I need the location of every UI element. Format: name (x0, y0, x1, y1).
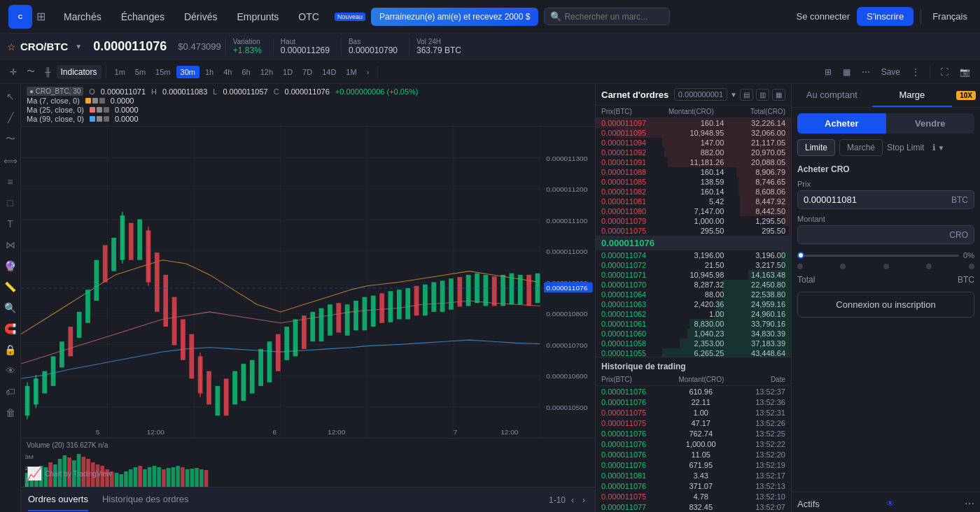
tool-lock[interactable]: 🔒 (1, 341, 19, 358)
line-indicator[interactable]: 〜 (22, 64, 39, 80)
tool-cursor[interactable]: ↖ (4, 88, 18, 105)
indicators-btn[interactable]: Indicators (57, 65, 102, 79)
order-type-limite[interactable]: Limite (797, 139, 835, 156)
bid-row[interactable]: 0.0000110618,830.0033,790.16 (596, 319, 791, 329)
tab-historique-ordres[interactable]: Historique des ordres (102, 488, 189, 511)
pair-dropdown-arrow[interactable]: ▼ (75, 43, 82, 50)
ob-view-combined[interactable]: ▤ (740, 89, 753, 101)
tool-ruler[interactable]: ⟺ (1, 152, 20, 169)
fullscreen-btn[interactable]: ⛶ (936, 65, 953, 79)
nav-otc[interactable]: OTC (291, 11, 326, 22)
ask-row[interactable]: 0.0000110807,147.008,442.50 (596, 206, 791, 216)
pagination-prev[interactable]: ‹ (568, 494, 577, 506)
bid-row[interactable]: 0.0000110621.0024,960.16 (596, 309, 791, 319)
tool-forecast[interactable]: 🔮 (1, 257, 19, 274)
ob-decimal-arrow[interactable]: ▼ (730, 91, 737, 99)
tool-magnet[interactable]: 🧲 (1, 320, 19, 337)
time-12h[interactable]: 12h (256, 66, 277, 78)
time-5m[interactable]: 5m (131, 66, 150, 78)
connect-button[interactable]: Se connecter (796, 11, 850, 22)
nav-marches[interactable]: Marchés (57, 11, 108, 22)
language-selector[interactable]: Français (928, 11, 972, 22)
tool-zoom[interactable]: 🔍 (1, 299, 19, 316)
sell-tab[interactable]: Vendre (886, 113, 975, 134)
bid-row[interactable]: 0.0000110556,265.2543,448.64 (596, 348, 791, 357)
time-7d[interactable]: 7D (298, 66, 316, 78)
time-1m[interactable]: 1m (111, 66, 130, 78)
tool-tag[interactable]: 🏷 (3, 383, 18, 400)
tool-eye[interactable]: 👁 (3, 362, 18, 379)
slider-thumb[interactable] (797, 252, 804, 259)
ask-row[interactable]: 0.000011088160.148,906.79 (596, 167, 791, 177)
slider-dot-0[interactable] (797, 264, 803, 269)
layout-btn[interactable]: ⊞ (820, 65, 836, 79)
chart-type-btn[interactable]: ▦ (839, 65, 855, 79)
rp-tab-comptant[interactable]: Au comptant (792, 84, 872, 107)
tool-fibonacci[interactable]: ≡ (4, 173, 15, 190)
tool-shapes[interactable]: □ (4, 194, 15, 211)
order-type-marche[interactable]: Marché (839, 139, 883, 156)
ask-row[interactable]: 0.000011085138.598,746.65 (596, 177, 791, 187)
bid-row[interactable]: 0.0000110582,353.0037,183.39 (596, 339, 791, 348)
more-btn[interactable]: ⋮ (907, 65, 924, 79)
time-1d[interactable]: 1D (279, 66, 297, 78)
time-6h[interactable]: 6h (237, 66, 254, 78)
chart-main-area[interactable]: 0.000011300 0.000011200 0.000011100 0.00… (21, 127, 595, 438)
ob-view-bids[interactable]: ▦ (772, 89, 785, 101)
bid-row[interactable]: 0.0000110743,196.003,196.00 (596, 250, 791, 260)
grid-icon[interactable]: ⊞ (36, 10, 46, 23)
tool-patterns[interactable]: ⋈ (3, 236, 18, 253)
amount-input-container[interactable]: CRO (797, 225, 974, 244)
pagination-next[interactable]: › (580, 494, 588, 506)
nav-echanges[interactable]: Échanges (114, 11, 172, 22)
bid-row[interactable]: 0.0000110601,040.2334,830.39 (596, 329, 791, 339)
ask-row[interactable]: 0.000011075295.50295.50 (596, 226, 791, 236)
ask-row[interactable]: 0.000011082160.148,608.06 (596, 187, 791, 197)
search-bar[interactable]: 🔍 (544, 8, 670, 25)
actifs-more-icon[interactable]: ⋯ (965, 498, 974, 509)
slider-dot-50[interactable] (883, 264, 889, 269)
signup-button[interactable]: S'inscrire (857, 7, 913, 26)
time-14d[interactable]: 14D (318, 66, 340, 78)
tool-measure[interactable]: 📏 (1, 278, 19, 295)
ask-row[interactable]: 0.0000110791,000.001,295.50 (596, 216, 791, 226)
ob-view-asks[interactable]: ▥ (756, 89, 769, 101)
time-more[interactable]: › (363, 66, 374, 78)
logo[interactable]: C (8, 5, 32, 29)
ask-row[interactable]: 0.000011097160.1432,226.14 (596, 118, 791, 128)
nav-derives[interactable]: Dérivés (177, 11, 224, 22)
save-btn[interactable]: Save (877, 65, 904, 79)
stop-limit-info[interactable]: ℹ (932, 143, 936, 152)
connect-inscription-button[interactable]: Connexion ou inscription (797, 292, 974, 318)
amount-input[interactable] (804, 229, 949, 240)
snapshot-btn[interactable]: 📷 (955, 65, 974, 79)
time-1h[interactable]: 1h (201, 66, 218, 78)
buy-tab[interactable]: Acheter (797, 113, 886, 134)
order-type-stop[interactable]: Stop Limit ℹ ▼ (887, 139, 944, 156)
bid-row[interactable]: 0.00001107110,945.9814,163.48 (596, 270, 791, 280)
bid-row[interactable]: 0.0000110708,287.3222,450.80 (596, 280, 791, 290)
rp-tab-marge[interactable]: Marge (872, 84, 953, 107)
search-input[interactable] (564, 12, 655, 22)
tool-text[interactable]: T (4, 215, 16, 232)
bid-row[interactable]: 0.00001107221.503,217.50 (596, 260, 791, 270)
crosshair-tool[interactable]: ✛ (6, 65, 21, 79)
ask-row[interactable]: 0.000011094147.0021,117.05 (596, 138, 791, 148)
tool-trash[interactable]: 🗑 (3, 404, 18, 421)
nav-emprunts[interactable]: Emprunts (230, 11, 286, 22)
amount-slider-row[interactable]: 0% (792, 247, 980, 264)
tool-brush[interactable]: 〜 (3, 130, 18, 148)
time-15m[interactable]: 15m (151, 66, 174, 78)
time-1m-cap[interactable]: 1M (342, 66, 360, 78)
ask-row[interactable]: 0.00001109111,181.2620,088.05 (596, 157, 791, 167)
price-input-container[interactable]: BTC (797, 190, 974, 209)
slider-dot-100[interactable] (969, 264, 974, 269)
tab-ordres-ouverts[interactable]: Ordres ouverts (28, 488, 88, 511)
bid-row[interactable]: 0.0000110632,420.3624,959.16 (596, 299, 791, 309)
settings-btn[interactable]: ⋯ (858, 65, 874, 79)
tool-line[interactable]: ╱ (5, 109, 16, 126)
ask-row[interactable]: 0.00001109510,948.9532,066.00 (596, 128, 791, 138)
rp-tab-10x[interactable]: 10X (952, 84, 980, 107)
actifs-eye-icon[interactable]: 👁 (886, 499, 895, 509)
slider-dot-75[interactable] (926, 264, 932, 269)
